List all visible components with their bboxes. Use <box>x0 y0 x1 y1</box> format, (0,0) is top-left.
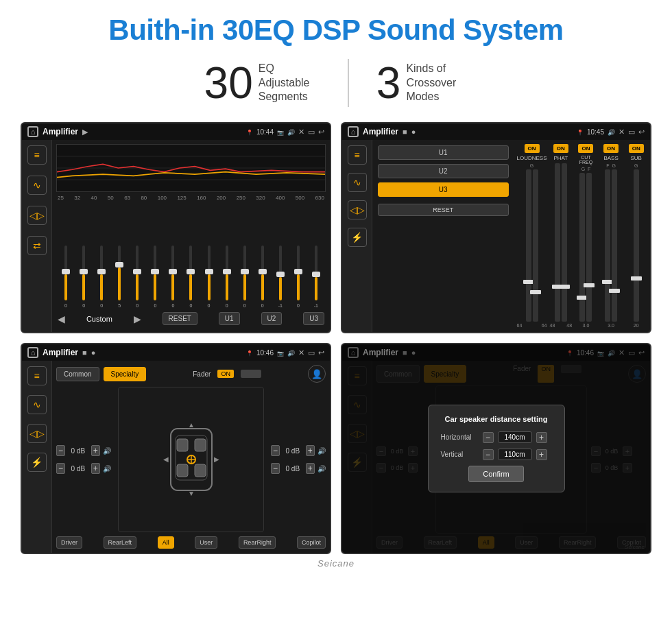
bal-time: 10:46 <box>256 349 274 357</box>
speaker-icon-1: 🔊 <box>103 445 111 456</box>
eq-slider-14[interactable]: 0 <box>290 246 307 308</box>
svg-text:▶: ▶ <box>214 455 219 463</box>
cross-time: 10:45 <box>587 128 604 136</box>
cross-reset-btn[interactable]: RESET <box>378 204 509 216</box>
cross-eq-icon[interactable]: ≡ <box>348 145 367 165</box>
plus-btn-2[interactable]: + <box>91 463 100 474</box>
horizontal-minus-btn[interactable]: − <box>483 432 494 443</box>
cross-bt-icon[interactable]: ⚡ <box>348 228 367 247</box>
eq-slider-13[interactable]: -1 <box>272 246 289 308</box>
minus-btn-4[interactable]: − <box>271 463 280 474</box>
eq-u2-btn[interactable]: U2 <box>261 312 283 325</box>
eq-slider-4[interactable]: 5 <box>111 246 128 308</box>
bal-vol-side-icon[interactable]: ◁▷ <box>27 424 47 443</box>
cross-win-icon: ▭ <box>628 128 635 136</box>
eq-u3-btn[interactable]: U3 <box>303 312 324 325</box>
channel-bass: ON BASS F G <box>600 144 623 328</box>
phat-on[interactable]: ON <box>553 144 568 153</box>
eq-slider-9[interactable]: 0 <box>201 246 217 308</box>
bal-bottom-row: Driver RearLeft All User RearRight Copil… <box>56 536 326 549</box>
eq-slider-3[interactable]: 0 <box>93 246 110 308</box>
speaker-icon-4: 🔊 <box>317 463 326 474</box>
eq-u1-btn[interactable]: U1 <box>219 312 240 325</box>
cross-u3-btn[interactable]: U3 <box>378 182 509 197</box>
crossover-number: 3 <box>376 61 401 105</box>
cross-u2-btn[interactable]: U2 <box>378 164 509 178</box>
balance-screen: Amplifier ■ ● 10:46 ▭ ≡ ∿ <box>21 343 331 554</box>
confirm-button[interactable]: Confirm <box>468 466 524 482</box>
svg-text:▲: ▲ <box>188 422 195 429</box>
cross-status-bar: Amplifier ■ ● 10:45 ▭ <box>342 123 650 140</box>
bal-eq-icon[interactable]: ≡ <box>27 366 47 385</box>
loudness-on[interactable]: ON <box>525 144 540 153</box>
eq-slider-12[interactable]: 0 <box>254 246 271 308</box>
eq-slider-11[interactable]: 0 <box>237 246 253 308</box>
eq-next-btn[interactable]: ▶ <box>134 313 141 324</box>
eq-screen-content: ≡ ∿ ◁▷ ⇄ <box>22 140 330 332</box>
minus-btn-2[interactable]: − <box>56 463 65 474</box>
sub-on[interactable]: ON <box>629 144 644 153</box>
db-control-3: − 0 dB + 🔊 <box>271 445 326 456</box>
cross-wave-icon[interactable]: ∿ <box>348 173 367 192</box>
eq-sidebar-arrows-icon[interactable]: ⇄ <box>27 236 47 255</box>
minus-btn-1[interactable]: − <box>56 445 65 456</box>
rearright-btn[interactable]: RearRight <box>239 536 276 549</box>
eq-slider-7[interactable]: 0 <box>165 246 181 308</box>
sub-name: SUB <box>630 155 641 161</box>
eq-main: 25 32 40 50 63 80 100 125 160 200 250 32… <box>52 140 330 332</box>
bal-home-icon[interactable] <box>27 347 38 358</box>
bal-right-col: − 0 dB + 🔊 − 0 dB + 🔊 <box>271 387 326 532</box>
fader-slider[interactable] <box>241 370 261 378</box>
eq-slider-1[interactable]: 0 <box>58 246 74 308</box>
all-btn[interactable]: All <box>158 536 174 549</box>
eq-prev-btn[interactable]: ◀ <box>58 313 65 324</box>
driver-btn[interactable]: Driver <box>56 536 82 549</box>
eq-slider-15[interactable]: -1 <box>308 246 324 308</box>
eq-sidebar-eq-icon[interactable]: ≡ <box>27 145 47 165</box>
bass-on[interactable]: ON <box>603 144 619 153</box>
db-control-2: − 0 dB + 🔊 <box>56 463 111 474</box>
fader-on-badge[interactable]: ON <box>217 370 234 378</box>
eq-reset-btn[interactable]: RESET <box>163 312 197 325</box>
crossover-label: Kinds ofCrossover Modes <box>406 62 468 104</box>
horizontal-plus-btn[interactable]: + <box>536 432 547 443</box>
horizontal-row: Horizontal − 140cm + <box>441 431 552 443</box>
person-icon-btn[interactable]: 👤 <box>308 365 326 383</box>
bal-center: − 0 dB + 🔊 − 0 dB + 🔊 <box>56 387 326 532</box>
home-icon[interactable] <box>27 126 38 137</box>
cross-vol-side-icon[interactable]: ◁▷ <box>348 200 367 219</box>
vertical-plus-btn[interactable]: + <box>536 449 547 460</box>
vertical-minus-btn[interactable]: − <box>483 449 494 460</box>
eq-number: 30 <box>204 61 253 105</box>
plus-btn-4[interactable]: + <box>306 463 315 474</box>
bal-wave-icon[interactable]: ∿ <box>27 395 47 414</box>
specialty-tab-btn[interactable]: Specialty <box>104 367 147 381</box>
cross-u-buttons: U1 U2 U3 RESET <box>372 140 514 332</box>
user-btn[interactable]: User <box>195 536 217 549</box>
eq-slider-2[interactable]: 0 <box>75 246 92 308</box>
common-tab-btn[interactable]: Common <box>56 367 99 381</box>
bal-back-icon[interactable] <box>318 348 324 357</box>
eq-sidebar-wave-icon[interactable]: ∿ <box>27 176 47 195</box>
back-icon[interactable] <box>318 128 324 136</box>
copilot-btn[interactable]: Copilot <box>297 536 326 549</box>
bal-app-title: Amplifier <box>43 348 78 357</box>
eq-slider-5[interactable]: 0 <box>129 246 145 308</box>
bal-bt-icon[interactable]: ⚡ <box>27 453 47 472</box>
bal-vol-icon <box>287 348 295 357</box>
plus-btn-1[interactable]: + <box>91 445 100 456</box>
minus-btn-3[interactable]: − <box>271 445 280 456</box>
eq-slider-8[interactable]: 0 <box>182 246 199 308</box>
cross-home-icon[interactable] <box>348 126 359 137</box>
bal-dot-icon: ● <box>91 348 96 357</box>
rearleft-btn[interactable]: RearLeft <box>104 536 137 549</box>
cutfreq-on[interactable]: ON <box>578 144 593 153</box>
eq-slider-10[interactable]: 0 <box>219 246 235 308</box>
svg-text:◀: ◀ <box>163 455 169 463</box>
plus-btn-3[interactable]: + <box>306 445 315 456</box>
eq-slider-6[interactable]: 0 <box>147 246 163 308</box>
cross-back-icon[interactable] <box>638 128 645 136</box>
cross-x-icon <box>619 128 625 136</box>
eq-sidebar-vol-icon[interactable]: ◁▷ <box>27 206 47 225</box>
cross-u1-btn[interactable]: U1 <box>378 145 509 160</box>
